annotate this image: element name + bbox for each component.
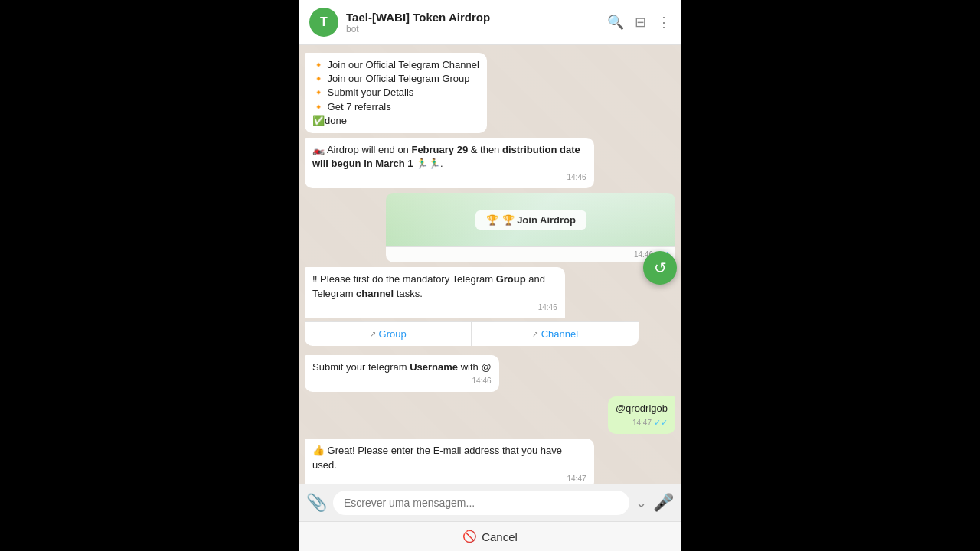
external-link-icon: ↗ [370,330,376,338]
chat-subtitle: bot [346,24,607,34]
header-actions: 🔍 ⊟ ⋮ [607,14,671,31]
msg-line: 🔸 Get 7 referrals [312,100,479,114]
msg-text: Submit your telegram Username with @ [312,361,492,373]
msg-line: ✅done [312,114,479,128]
join-btn-wrap: 🏆 🏆 Join Airdrop 14:46 ✓✓ [386,193,675,262]
message-row: @qrodrigob 14:47 ✓✓ [305,396,675,435]
join-btn-time: 14:46 ✓✓ [392,249,669,259]
bubble-incoming: ‼️ Please first do the mandatory Telegra… [305,267,565,318]
msg-time: 14:47 [312,474,586,484]
input-bar: 📎 ⌄ 🎤 [299,484,681,521]
cancel-icon: 🚫 [462,530,477,543]
message-input[interactable] [333,491,629,515]
avatar: T [309,8,338,37]
bubble-incoming: Submit your telegram Username with @ 14:… [305,355,499,392]
msg-line: 🔸 Submit your Details [312,86,479,99]
message-row: 👍 Great! Please enter the E-mail address… [305,439,675,484]
columns-icon[interactable]: ⊟ [635,14,646,31]
join-airdrop-bubble: 🏆 🏆 Join Airdrop 14:46 ✓✓ [305,193,675,262]
message-row: 🏍️ Airdrop will end on February 29 & the… [305,138,675,188]
group-button[interactable]: ↗ Group [305,322,472,346]
msg-line: 🔸 Join our Official Telegram Group [312,72,479,86]
channel-button[interactable]: ↗ Channel [472,322,638,346]
chat-title: Tael-[WABI] Token Airdrop [346,11,607,24]
bubble-incoming: 👍 Great! Please enter the E-mail address… [305,439,594,484]
refresh-icon: ↺ [654,259,667,277]
message-row: ‼️ Please first do the mandatory Telegra… [305,267,675,345]
expand-icon[interactable]: ⌄ [635,494,647,511]
msg-time: 14:46 [312,376,492,386]
bot-action-buttons: ↗ Group ↗ Channel [305,321,639,346]
message-row: Submit your telegram Username with @ 14:… [305,355,675,392]
msg-time: 14:46 [312,172,586,183]
msg-line: 🔸 Join our Official Telegram Channel [312,58,479,72]
attach-icon[interactable]: 📎 [306,493,327,513]
msg-text: ‼️ Please first do the mandatory Telegra… [312,273,545,298]
chat-header: T Tael-[WABI] Token Airdrop bot 🔍 ⊟ ⋮ [299,0,681,45]
msg-time: 14:47 ✓✓ [616,417,668,429]
msg-time: 14:46 [312,302,557,313]
msg-text: @qrodrigob [616,403,668,414]
fab-refresh-button[interactable]: ↺ [643,251,677,285]
join-btn-image: 🏆 🏆 Join Airdrop [386,193,675,246]
msg-text: 🏍️ Airdrop will end on February 29 & the… [312,144,580,169]
bubble-incoming: 🏍️ Airdrop will end on February 29 & the… [305,138,594,188]
msg-text: 👍 Great! Please enter the E-mail address… [312,445,562,470]
search-icon[interactable]: 🔍 [607,14,624,31]
mic-icon[interactable]: 🎤 [653,493,674,513]
double-check-icon: ✓✓ [654,417,668,429]
bubble-outgoing: @qrodrigob 14:47 ✓✓ [608,396,675,435]
header-info: Tael-[WABI] Token Airdrop bot [346,11,607,34]
message-row: 🔸 Join our Official Telegram Channel 🔸 J… [305,53,675,133]
cancel-bar: 🚫 Cancel [299,521,681,551]
external-link-icon: ↗ [532,330,538,338]
more-icon[interactable]: ⋮ [657,14,671,31]
chat-area: 🔸 Join our Official Telegram Channel 🔸 J… [299,45,681,484]
join-btn-meta: 14:46 ✓✓ [386,246,675,262]
cancel-label: Cancel [482,530,518,543]
bubble-incoming: 🔸 Join our Official Telegram Channel 🔸 J… [305,53,487,133]
cancel-button[interactable]: 🚫 Cancel [462,530,518,543]
join-airdrop-button[interactable]: 🏆 🏆 Join Airdrop [475,210,586,230]
